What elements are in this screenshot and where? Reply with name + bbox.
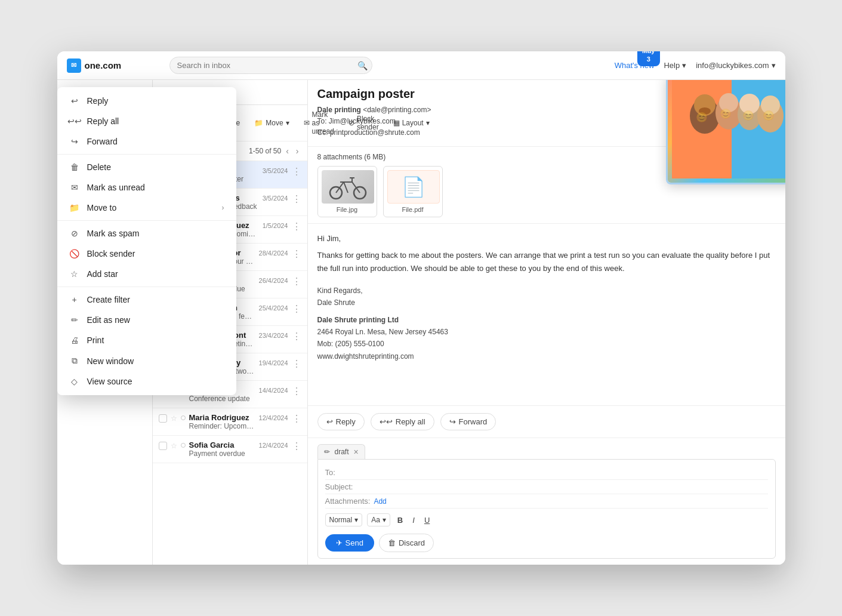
email-more-btn[interactable]: ⋮ — [292, 303, 301, 315]
help-label: Help — [664, 61, 680, 70]
cm-block-sender[interactable]: 🚫 Block sender — [57, 244, 236, 264]
add-star-cm-icon: ☆ — [69, 269, 80, 279]
sig-name: Dale Shrute — [317, 297, 776, 309]
email-more-btn[interactable]: ⋮ — [292, 358, 301, 369]
email-more-btn[interactable]: ⋮ — [292, 193, 301, 205]
email-item-body: Sofia Garcia Payment overdue — [189, 441, 255, 458]
font-aa-chevron-icon: ▾ — [383, 516, 386, 524]
cm-edit-as-new[interactable]: ✏ Edit as new — [57, 310, 236, 330]
cm-mark-spam[interactable]: ⊘ Mark as spam — [57, 223, 236, 244]
email-more-btn[interactable]: ⋮ — [292, 331, 301, 342]
reply-all-btn[interactable]: ↩↩ Reply all — [371, 413, 434, 430]
cm-reply[interactable]: ↩ Reply — [57, 91, 236, 111]
email-item[interactable]: ☆ Maria Rodriguez Reminder: Upcoming dea… — [153, 408, 307, 436]
cm-new-window[interactable]: ⧉ New window — [57, 350, 236, 371]
search-input[interactable] — [169, 57, 372, 74]
reply-toolbar: Normal ▾ Aa ▾ B I U — [325, 509, 768, 529]
cm-create-filter[interactable]: + Create filter — [57, 289, 236, 310]
search-box: 🔍 — [169, 57, 372, 74]
forward-btn[interactable]: ↪ Forward — [440, 413, 496, 430]
email-item[interactable]: ☆ Sofia Garcia Payment overdue 12/4/2024… — [153, 436, 307, 463]
search-icon[interactable]: 🔍 — [357, 61, 368, 70]
header: ✉ one.com 🔍 What's new Help ▾ info@lucky… — [57, 51, 785, 80]
cm-mark-unread[interactable]: ✉ Mark as unread — [57, 177, 236, 198]
sig-mob: Mob: (205) 555-0100 — [317, 338, 776, 350]
sig-closing: Kind Regards, — [317, 285, 776, 297]
reply-btn[interactable]: ↩ Reply — [317, 413, 365, 430]
draft-close-btn[interactable]: × — [354, 448, 359, 456]
help-chevron-icon: ▾ — [682, 61, 686, 70]
cm-print-label: Print — [87, 335, 104, 345]
email-checkbox[interactable] — [159, 414, 167, 423]
send-icon: ✈ — [336, 538, 343, 547]
email-more-btn[interactable]: ⋮ — [292, 276, 301, 287]
email-more-btn[interactable]: ⋮ — [292, 413, 301, 424]
email-more-btn[interactable]: ⋮ — [292, 248, 301, 260]
reply-draft-tab: ✏ draft × — [317, 444, 365, 459]
cm-forward[interactable]: ↪ Forward — [57, 131, 236, 152]
forward-icon: ↪ — [449, 417, 456, 426]
cm-delete[interactable]: 🗑 Delete — [57, 157, 236, 177]
edit-as-new-cm-icon: ✏ — [69, 315, 80, 325]
italic-btn[interactable]: I — [410, 515, 417, 526]
email-checkbox[interactable] — [159, 442, 167, 450]
cm-reply-all-label: Reply all — [87, 116, 119, 126]
prev-page-btn[interactable]: ‹ — [283, 145, 291, 157]
logo-icon: ✉ — [67, 58, 81, 73]
attachment-pdf[interactable]: 📄 File.pdf — [383, 166, 443, 217]
next-page-btn[interactable]: › — [294, 145, 301, 157]
context-menu: ↩ Reply ↩↩ Reply all ↪ Forward 🗑 Delete … — [57, 87, 236, 395]
add-attachment-btn[interactable]: Add — [374, 497, 386, 506]
reply-all-label: Reply all — [396, 417, 425, 426]
star-icon[interactable]: ☆ — [171, 442, 177, 450]
cm-reply-all[interactable]: ↩↩ Reply all — [57, 111, 236, 131]
svg-text:😊: 😊 — [763, 110, 775, 121]
cm-forward-label: Forward — [87, 137, 118, 146]
reply-label: Reply — [336, 417, 356, 426]
svg-text:😊: 😊 — [696, 112, 708, 123]
cm-block-sender-label: Block sender — [87, 249, 135, 258]
sig-address: 2464 Royal Ln. Mesa, New Jersey 45463 — [317, 326, 776, 338]
account-menu[interactable]: info@luckybikes.com ▾ — [696, 61, 775, 70]
cm-add-star-label: Add star — [87, 269, 118, 279]
cm-add-star[interactable]: ☆ Add star — [57, 264, 236, 284]
cm-print[interactable]: 🖨 Print — [57, 330, 236, 350]
underline-btn[interactable]: U — [422, 515, 432, 526]
view-source-cm-icon: ◇ — [69, 377, 80, 386]
send-label: Send — [346, 538, 363, 547]
cm-view-source-label: View source — [87, 377, 132, 386]
pagination-text: 1-50 of 50 — [249, 147, 281, 155]
star-icon[interactable]: ☆ — [171, 414, 177, 423]
reply-send-area: ✈ Send 🗑 Discard — [325, 529, 768, 552]
help-btn[interactable]: Help ▾ — [664, 61, 686, 70]
cm-mark-spam-label: Mark as spam — [87, 229, 140, 238]
cm-view-source[interactable]: ◇ View source — [57, 371, 236, 392]
photo-overlay: 😊 😊 😊 😊 — [666, 80, 785, 184]
attachments-label: Attachments: — [325, 497, 371, 506]
cm-mark-unread-label: Mark as unread — [87, 183, 145, 192]
account-email: info@luckybikes.com — [696, 61, 769, 70]
block-sender-cm-icon: 🚫 — [69, 249, 80, 258]
cm-move-to-label: Move to — [87, 203, 117, 212]
discard-btn[interactable]: 🗑 Discard — [379, 534, 434, 552]
email-sender: Sofia Garcia — [189, 441, 255, 449]
email-more-btn[interactable]: ⋮ — [292, 221, 301, 232]
email-date: 12/4/2024 — [259, 414, 288, 421]
email-more-btn[interactable]: ⋮ — [292, 166, 301, 177]
format-normal-select[interactable]: Normal ▾ — [325, 513, 363, 526]
email-date: 26/4/2024 — [259, 277, 288, 284]
font-size-select[interactable]: Aa ▾ — [367, 513, 390, 526]
cm-delete-label: Delete — [87, 162, 111, 172]
attachment-jpg[interactable]: File.jpg — [317, 166, 377, 217]
app-logo: ✉ one.com — [67, 58, 162, 73]
email-more-btn[interactable]: ⋮ — [292, 386, 301, 397]
send-btn[interactable]: ✈ Send — [325, 534, 374, 552]
email-more-btn[interactable]: ⋮ — [292, 441, 301, 452]
discard-label: Discard — [399, 538, 425, 547]
sender-email: <dale@printing.com> — [363, 106, 431, 114]
cm-move-to[interactable]: 📁 Move to › — [57, 198, 236, 218]
reply-attachments-field: Attachments: Add — [325, 494, 768, 509]
discard-icon: 🗑 — [388, 538, 396, 547]
bold-btn[interactable]: B — [395, 515, 405, 526]
move-btn[interactable]: 📁 Move ▾ — [251, 117, 292, 129]
